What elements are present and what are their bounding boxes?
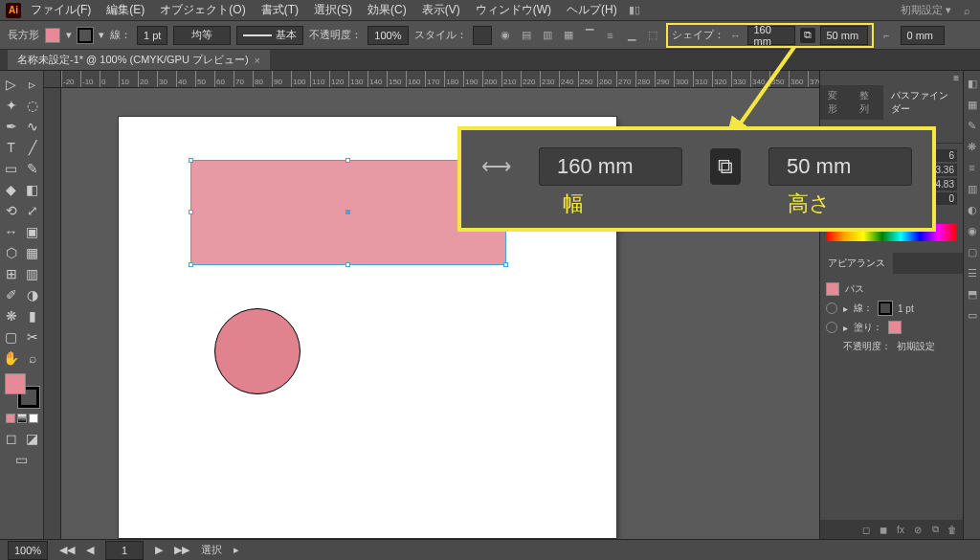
style-swatch[interactable] — [473, 26, 492, 45]
ruler-vertical[interactable] — [44, 88, 61, 539]
none-mode[interactable] — [29, 414, 38, 423]
document-tab[interactable]: 名称未設定-1* @ 100% (CMYK/GPU プレビュー) × — [8, 50, 270, 70]
workspace-selector[interactable]: 初期設定 ▾ — [897, 3, 955, 17]
eyedropper-tool[interactable]: ✐ — [2, 285, 21, 304]
menu-type[interactable]: 書式(T) — [256, 0, 304, 20]
shaper-tool[interactable]: ◆ — [2, 180, 21, 199]
align-left-icon[interactable]: ▤ — [519, 28, 534, 43]
gradient-tool[interactable]: ▥ — [23, 264, 42, 283]
menu-view[interactable]: 表示(V) — [416, 0, 466, 20]
slice-tool[interactable]: ✂ — [23, 327, 42, 347]
menu-file[interactable]: ファイル(F) — [25, 0, 97, 20]
appearance-stroke-swatch[interactable] — [879, 302, 892, 315]
add-effect-icon[interactable]: fx — [894, 523, 907, 536]
stroke-profile[interactable]: 均等 — [173, 26, 231, 45]
pen-tool[interactable]: ✒ — [2, 117, 21, 136]
fill-indicator[interactable] — [5, 373, 26, 394]
free-transform-tool[interactable]: ▣ — [23, 222, 42, 241]
opacity-field[interactable]: 100% — [368, 26, 408, 45]
appearance-opacity-value[interactable]: 初期設定 — [897, 340, 935, 353]
tab-align[interactable]: 整列 — [852, 85, 883, 120]
add-stroke-icon[interactable]: ◻ — [859, 523, 873, 536]
tab-transform[interactable]: 変形 — [820, 85, 852, 120]
lasso-tool[interactable]: ◌ — [23, 96, 42, 115]
fill-swatch[interactable] — [45, 28, 60, 43]
menu-window[interactable]: ウィンドウ(W) — [470, 0, 557, 20]
selection-tool[interactable]: ▷ — [2, 75, 21, 94]
align-bottom-icon[interactable]: ▁ — [624, 28, 639, 43]
screen-mode[interactable]: ▭ — [12, 450, 32, 469]
artboard-nav-back-icon[interactable]: ◀ — [86, 544, 94, 556]
shape-width-field[interactable]: 160 mm — [747, 26, 795, 45]
panel-menu-icon[interactable]: ≡ — [953, 73, 959, 83]
mesh-tool[interactable]: ⊞ — [2, 264, 21, 283]
align-mid-icon[interactable]: ≡ — [603, 28, 618, 43]
dock-graphic-styles-icon[interactable]: ▢ — [966, 245, 979, 258]
artboard-nav-fwd-icon[interactable]: ▶ — [155, 544, 163, 556]
scale-tool[interactable]: ⤢ — [23, 201, 42, 220]
align-right-icon[interactable]: ▦ — [561, 28, 576, 43]
duplicate-icon[interactable]: ⧉ — [928, 523, 942, 536]
artboard-nav-prev-icon[interactable]: ◀◀ — [59, 544, 75, 556]
fill-stroke-indicator[interactable] — [5, 373, 39, 408]
appearance-fill-swatch[interactable] — [888, 321, 902, 334]
eraser-tool[interactable]: ◧ — [23, 180, 42, 199]
align-top-icon[interactable]: ▔ — [582, 28, 597, 43]
tab-pathfinder[interactable]: パスファインダー — [883, 85, 963, 120]
symbol-sprayer-tool[interactable]: ❋ — [2, 306, 21, 325]
blend-tool[interactable]: ◑ — [23, 285, 42, 304]
trash-icon[interactable]: 🗑 — [946, 523, 959, 536]
dock-brushes-icon[interactable]: ✎ — [966, 119, 979, 132]
fill-dropdown-icon[interactable]: ▾ — [66, 29, 72, 41]
status-selection-label[interactable]: 選択 — [201, 543, 222, 557]
visibility-toggle-fill[interactable] — [826, 322, 837, 333]
dock-appearance-icon[interactable]: ◉ — [966, 224, 979, 237]
brush-def[interactable]: 基本 — [236, 26, 303, 45]
dock-artboards-icon[interactable]: ▭ — [966, 308, 979, 322]
draw-normal[interactable]: ◻ — [2, 429, 21, 448]
artboard-tool[interactable]: ▢ — [2, 327, 21, 347]
dock-layers-icon[interactable]: ☰ — [966, 266, 979, 280]
curvature-tool[interactable]: ∿ — [23, 117, 42, 136]
align-center-icon[interactable]: ▥ — [540, 28, 555, 43]
stroke-dropdown-icon[interactable]: ▾ — [99, 29, 104, 41]
dock-stroke-icon[interactable]: ≡ — [966, 161, 979, 174]
search-icon[interactable]: ⌕ — [959, 3, 974, 18]
width-tool[interactable]: ↔ — [2, 222, 21, 241]
menu-edit[interactable]: 編集(E) — [100, 0, 150, 20]
dock-swatches-icon[interactable]: ▦ — [966, 98, 979, 111]
stroke-swatch[interactable] — [78, 28, 93, 43]
artboard-nav-field[interactable]: 1 — [105, 541, 144, 560]
corner-radius-field[interactable]: 0 mm — [901, 26, 945, 45]
rectangle-tool[interactable]: ▭ — [2, 159, 21, 178]
paintbrush-tool[interactable]: ✎ — [23, 159, 42, 178]
ruler-horizontal[interactable]: -20-100102030405060708090100110120130140… — [61, 71, 819, 88]
visibility-toggle-stroke[interactable] — [826, 302, 837, 314]
artboard-nav-last-icon[interactable]: ▶▶ — [174, 544, 189, 556]
graph-tool[interactable]: ▮ — [23, 306, 42, 325]
magic-wand-tool[interactable]: ✦ — [2, 96, 21, 115]
menu-help[interactable]: ヘルプ(H) — [561, 0, 623, 20]
zoom-tool[interactable]: ⌕ — [23, 348, 42, 368]
draw-behind[interactable]: ◪ — [23, 429, 42, 448]
dock-symbols-icon[interactable]: ❋ — [966, 140, 979, 153]
rotate-tool[interactable]: ⟲ — [2, 201, 21, 220]
line-tool[interactable]: ╱ — [23, 138, 42, 157]
bookshelf-icon[interactable]: ▮▯ — [627, 3, 642, 18]
zoom-field[interactable]: 100% — [8, 541, 48, 560]
link-wh-icon[interactable]: ⧉ — [799, 27, 816, 44]
close-tab-icon[interactable]: × — [255, 55, 260, 66]
appearance-stroke-value[interactable]: 1 pt — [898, 303, 914, 314]
tab-appearance[interactable]: アピアランス — [820, 253, 893, 274]
color-mode[interactable] — [6, 414, 15, 423]
dock-transparency-icon[interactable]: ◐ — [966, 203, 979, 216]
menu-select[interactable]: 選択(S) — [308, 0, 358, 20]
shape-height-field[interactable]: 50 mm — [820, 26, 868, 45]
perspective-tool[interactable]: ▦ — [23, 243, 42, 262]
type-tool[interactable]: T — [2, 138, 21, 157]
isolate-icon[interactable]: ⬚ — [645, 28, 660, 43]
ellipse-object[interactable] — [214, 308, 301, 394]
direct-selection-tool[interactable]: ▹ — [23, 75, 42, 94]
dock-asset-icon[interactable]: ⬒ — [966, 287, 979, 301]
menu-effect[interactable]: 効果(C) — [362, 0, 412, 20]
